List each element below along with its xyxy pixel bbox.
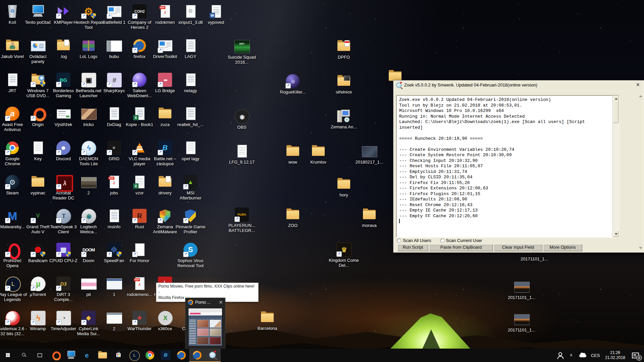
form-scrollbar[interactable] xyxy=(638,95,643,249)
taskbar-firefox-2[interactable] xyxy=(189,349,205,362)
desktop-icon-roguekiller[interactable]: ◎RogueKiller... xyxy=(278,74,308,95)
radio-scan-current-user[interactable]: Scan Current User xyxy=(440,238,482,243)
desktop-icon-lagy[interactable]: LAGY xyxy=(175,38,206,59)
roguekiller-icon: ◎ xyxy=(285,74,301,88)
taskbar-file-explorer-icon xyxy=(97,350,108,360)
desktop-icon-krumlov[interactable]: Krumlov xyxy=(303,144,333,165)
logitech-webca-icon: ◉ xyxy=(80,208,97,223)
bethesda-net-launcher-icon: ▣ xyxy=(80,72,97,87)
log-icon xyxy=(55,38,71,53)
desktop-icon-hory[interactable]: hory xyxy=(329,177,359,198)
desktop-icon-label: Doom xyxy=(83,258,95,263)
more-options-button[interactable]: More Options xyxy=(543,244,582,251)
taskbar-battlenet[interactable]: B xyxy=(158,349,173,362)
chevron-up-icon[interactable] xyxy=(566,349,577,362)
zoek-window[interactable]: Zoek v5.0.0.2 by Smeenk. Updated 04-Febr… xyxy=(393,80,644,253)
task-view-button-icon xyxy=(34,350,45,360)
desktop-icon-label: 20171101_1... xyxy=(508,295,535,300)
language-indicator[interactable]: CES xyxy=(588,353,602,358)
desktop-icon-label: Rust xyxy=(135,224,144,229)
desktop-icon-realtek-hd[interactable]: realtek_hd_... xyxy=(175,106,206,127)
taskbar-firefox[interactable] xyxy=(173,349,189,362)
desktop-icon-zoo[interactable]: ZOO xyxy=(278,207,308,228)
desktop-icon-suicide-squad-2016[interactable]: SRTSuicide Squad 2016... xyxy=(227,39,257,65)
preview-site-nav xyxy=(189,315,222,318)
taskbar-file-explorer[interactable] xyxy=(95,349,110,362)
play-league-of-legends-icon: L xyxy=(4,276,20,291)
preview-thumbnail[interactable] xyxy=(188,308,222,346)
taskbar-origin-icon xyxy=(50,350,61,360)
radio-scan-all-users[interactable]: Scan All Users xyxy=(397,238,431,243)
acrobat-reader-dc-icon: λ xyxy=(55,175,71,189)
desktop-icon-obs[interactable]: ◉OBS xyxy=(227,109,257,130)
run-script-button[interactable]: Run Script xyxy=(397,244,428,251)
pit-icon xyxy=(80,276,97,291)
desktop-icon-opet-lagy[interactable]: opet lagy xyxy=(175,140,206,162)
desktop-icon-barcelona[interactable]: Barcelona xyxy=(252,310,282,331)
form-scroll-up-icon[interactable] xyxy=(639,95,642,97)
taskbar-zoek[interactable] xyxy=(205,349,221,362)
desktop-icon-sophos-virus-removal-tool[interactable]: SSophos Virus Removal Tool xyxy=(175,242,206,268)
taskbar-origin[interactable] xyxy=(47,349,63,362)
desktop-icon-playerun-battlegr[interactable]: PUBGPLAYERUN... BATTLEGR... xyxy=(227,207,257,233)
action-center-icon[interactable]: 1 xyxy=(628,349,643,362)
task-view-button[interactable] xyxy=(32,349,47,362)
desktop-icon-label: RogueKiller... xyxy=(280,89,306,95)
desktop-icon-nelagy[interactable]: nelagy xyxy=(175,72,206,94)
desktop-icon-kingdom-come-del[interactable]: ♛Kingdom Come Del... xyxy=(329,242,359,268)
teamspeak-3-client-icon: T xyxy=(55,208,71,223)
drivery-icon xyxy=(157,175,173,189)
scan-options: Scan All UsersScan Current User xyxy=(397,238,482,243)
scroll-up-icon[interactable] xyxy=(613,96,619,102)
people-icon[interactable] xyxy=(554,349,566,362)
desktop-icon-msi-afterburner[interactable]: ▲MSI Afterburner xyxy=(175,175,206,201)
taskbar-store[interactable] xyxy=(110,349,126,362)
preview-close-icon[interactable]: ✕ xyxy=(219,300,223,305)
prohl-e-opera-icon xyxy=(4,242,20,257)
clear-input-field-button[interactable]: Clear Input Field xyxy=(494,244,542,251)
vypinac-icon xyxy=(30,175,46,189)
search-button[interactable] xyxy=(16,349,32,362)
torrent-icon: µ xyxy=(30,276,46,291)
desktop-icon-label: drivery xyxy=(158,190,171,195)
start-button[interactable] xyxy=(0,349,16,362)
desktop-icon-label: firefox xyxy=(133,54,145,59)
desktop-icon-pinnacle-game-profiler[interactable]: Pinnacle Game Profiler xyxy=(175,208,206,235)
log-scrollbar[interactable] xyxy=(612,96,619,237)
zoek-log-area[interactable]: Zoek.exe v5.0.0.2 Updated 04-Februari-20… xyxy=(396,95,619,238)
form-scroll-down-icon[interactable] xyxy=(639,247,642,249)
desktop-icon-label: For Honor xyxy=(130,258,150,263)
desktop-icon-20171101-1[interactable]: 20171101_1... xyxy=(506,312,537,333)
taskbar-edge[interactable]: e xyxy=(79,349,95,362)
desktop-icon-zemana-an[interactable]: Zemana.An... xyxy=(329,109,359,130)
lagy-icon xyxy=(182,38,199,53)
rodokmeno-icon: PDFλ xyxy=(131,276,148,291)
battle-net-z-stupce-icon: B xyxy=(157,140,173,155)
onedrive-icon[interactable] xyxy=(577,349,588,362)
taskbar-chrome[interactable] xyxy=(142,349,158,362)
zoek-titlebar[interactable]: Zoek v5.0.0.2 by Smeenk. Updated 04-Febr… xyxy=(394,81,644,89)
desktop-icon-vypoved[interactable]: Wvypoved xyxy=(201,4,231,25)
paste-from-clipboard-button[interactable]: Paste from ClipBoard xyxy=(429,244,493,251)
desktop-icon-20171101-1[interactable]: 20171101_1... xyxy=(506,279,537,300)
taskbar-this-pc[interactable] xyxy=(63,349,79,362)
shortcut-arrow-icon xyxy=(31,286,36,291)
taskbar-clock[interactable]: 21:26 21.02.2018 xyxy=(602,350,628,360)
kopie-book1-icon: X xyxy=(131,106,148,121)
ko-icon xyxy=(4,4,20,19)
desktop-icon-lfg-9-12-17[interactable]: LFG_9.12.17 xyxy=(227,144,257,165)
close-icon[interactable]: ✕ xyxy=(635,82,641,87)
cyberlink-media-sui-icon: ◆ xyxy=(80,310,97,325)
scroll-down-icon[interactable] xyxy=(613,231,619,237)
firefox-taskbar-preview[interactable]: Porno ... ✕ xyxy=(185,298,225,349)
grid-icon: ✕ xyxy=(106,140,122,155)
desktop-icon-morava[interactable]: morava xyxy=(354,207,384,228)
desktop-icon-20180217-1[interactable]: 20180217_1... xyxy=(354,144,384,165)
desktop-icon-dpfo[interactable]: DPFO xyxy=(329,39,359,60)
scroll-thumb[interactable] xyxy=(613,102,619,123)
taskbar-league-of-legends[interactable]: L xyxy=(126,349,142,362)
desktop-icon-st-elnice[interactable]: střelnice xyxy=(329,74,359,95)
desktop-icon-for-honor[interactable]: For Honor xyxy=(124,242,155,263)
desktop-icon-label: msinfo xyxy=(108,224,120,229)
desktop-icon-label: 20171101_1... xyxy=(521,256,548,261)
